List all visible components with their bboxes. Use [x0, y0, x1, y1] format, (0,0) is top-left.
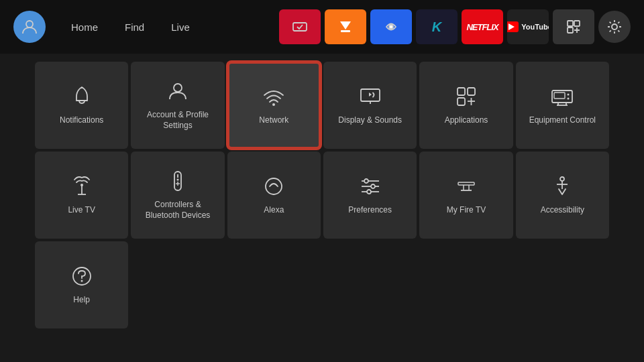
grid-item-display-sounds[interactable]: Display & Sounds: [323, 62, 417, 149]
svg-point-39: [367, 190, 371, 194]
grid-item-live-tv[interactable]: Live TV: [35, 152, 128, 239]
svg-point-8: [174, 84, 182, 92]
tv-icon: [550, 84, 574, 109]
antenna-icon: [70, 174, 94, 198]
grid-item-alexa[interactable]: Alexa: [227, 152, 321, 239]
svg-point-38: [371, 184, 375, 188]
account-label: Account & Profile Settings: [138, 110, 217, 131]
sliders-icon: [358, 174, 382, 198]
remote-icon: [166, 169, 190, 193]
notifications-label: Notifications: [60, 115, 103, 126]
svg-point-30: [176, 179, 178, 181]
svg-point-2: [389, 25, 393, 29]
preferences-label: Preferences: [348, 205, 392, 216]
alexa-icon: [262, 174, 286, 198]
svg-point-37: [364, 179, 368, 183]
grid-item-account[interactable]: Account & Profile Settings: [131, 62, 224, 149]
grid-item-notifications[interactable]: Notifications: [35, 62, 128, 149]
youtube-play-icon: [508, 23, 515, 30]
svg-point-6: [612, 24, 617, 29]
help-icon: [70, 264, 94, 288]
svg-rect-19: [554, 93, 565, 99]
svg-point-9: [272, 103, 275, 106]
app-youtube[interactable]: YouTube: [507, 9, 549, 44]
svg-point-44: [560, 177, 564, 181]
accessibility-label: Accessibility: [541, 205, 584, 216]
wifi-icon: [262, 84, 286, 109]
grid-item-network[interactable]: Network: [227, 62, 321, 149]
app-filelinked[interactable]: [370, 9, 412, 44]
nav-links: Home Find Live: [59, 17, 202, 37]
kodi-label: K: [432, 19, 441, 35]
topbar: Home Find Live K: [0, 0, 644, 54]
grid-item-help[interactable]: Help: [35, 241, 128, 328]
nav-find[interactable]: Find: [113, 17, 156, 37]
app-downloader[interactable]: [325, 9, 366, 44]
youtube-text: YouTube: [521, 23, 549, 31]
avatar[interactable]: [13, 11, 46, 43]
svg-point-21: [568, 98, 570, 100]
svg-rect-13: [458, 88, 465, 95]
app-icons-bar: K NETFLIX YouTube: [279, 9, 631, 44]
netflix-label: NETFLIX: [466, 22, 498, 32]
svg-rect-5: [568, 27, 573, 33]
firetv-icon: [454, 174, 478, 198]
svg-point-0: [26, 21, 33, 27]
svg-rect-4: [574, 21, 580, 26]
controllers-label: Controllers & Bluetooth Devices: [138, 200, 217, 221]
display-icon: [358, 84, 382, 109]
help-label: Help: [73, 295, 90, 306]
my-fire-tv-label: My Fire TV: [447, 205, 486, 216]
bell-icon: [70, 84, 94, 109]
live-tv-label: Live TV: [68, 205, 95, 216]
network-label: Network: [259, 115, 288, 126]
grid-item-equipment[interactable]: Equipment Control: [516, 62, 609, 149]
equipment-label: Equipment Control: [529, 115, 596, 126]
app-kodi[interactable]: K: [416, 9, 458, 44]
app-netflix[interactable]: NETFLIX: [462, 9, 503, 44]
grid-item-preferences[interactable]: Preferences: [323, 152, 417, 239]
nav-live[interactable]: Live: [159, 17, 202, 37]
grid-item-controllers[interactable]: Controllers & Bluetooth Devices: [131, 152, 224, 239]
app-expressvpn[interactable]: [279, 9, 321, 44]
apps-icon: [454, 84, 478, 109]
grid-item-accessibility[interactable]: Accessibility: [516, 152, 609, 239]
svg-rect-1: [293, 23, 307, 31]
settings-grid: Notifications Account & Profile Settings…: [0, 56, 644, 334]
display-sounds-label: Display & Sounds: [338, 115, 402, 126]
youtube-red-box: [507, 21, 519, 32]
svg-rect-40: [458, 182, 474, 185]
alexa-label: Alexa: [264, 205, 284, 216]
grid-item-applications[interactable]: Applications: [419, 62, 513, 149]
nav-home[interactable]: Home: [59, 17, 110, 37]
downloader-icon: [340, 21, 351, 32]
svg-rect-15: [458, 98, 465, 105]
svg-point-20: [568, 94, 570, 96]
svg-point-33: [266, 178, 282, 194]
user-icon: [166, 79, 190, 103]
svg-rect-3: [568, 21, 573, 26]
applications-label: Applications: [445, 115, 488, 126]
svg-point-48: [80, 280, 83, 282]
svg-rect-14: [468, 88, 475, 95]
svg-point-26: [80, 184, 83, 186]
settings-gear-button[interactable]: [598, 11, 631, 43]
grid-item-my-fire-tv[interactable]: My Fire TV: [419, 152, 513, 239]
youtube-logo: YouTube: [507, 21, 549, 32]
app-grid-button[interactable]: [553, 9, 594, 44]
accessibility-icon: [550, 174, 574, 198]
